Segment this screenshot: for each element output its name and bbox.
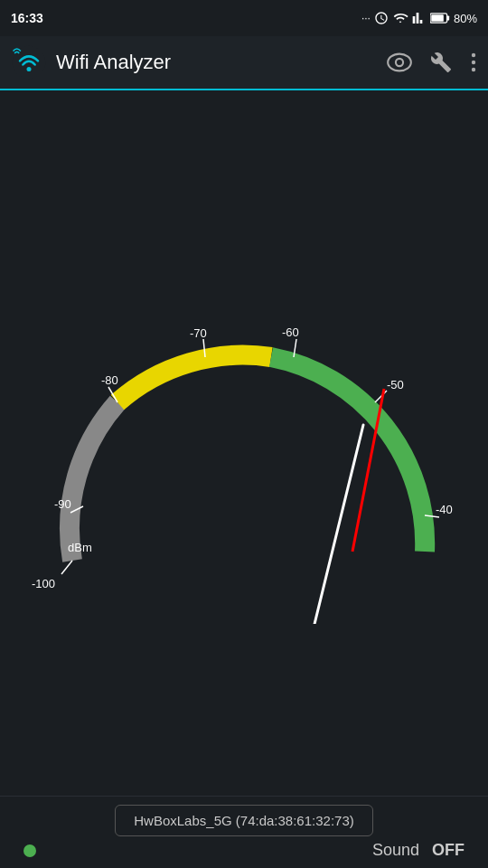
status-icons: ··· 80% <box>361 11 477 25</box>
bottom-bar: HwBoxLabs_5G (74:da:38:61:32:73) Sound O… <box>0 796 488 868</box>
svg-text:-80: -80 <box>101 373 118 387</box>
battery-percent: 80% <box>454 12 477 25</box>
svg-point-8 <box>472 61 475 64</box>
app-title: Wifi Analyzer <box>56 51 387 74</box>
svg-line-26 <box>249 425 363 624</box>
top-icons <box>387 52 477 73</box>
status-time: 16:33 <box>11 11 43 25</box>
sound-toggle-button[interactable]: OFF <box>432 841 465 860</box>
app-logo <box>11 44 47 80</box>
gauge-svg: -100 dBm -90 -80 -70 -60 -50 -40 <box>18 280 470 624</box>
alarm-icon <box>374 11 389 25</box>
svg-rect-1 <box>447 15 450 20</box>
eye-icon[interactable] <box>387 52 412 72</box>
ssid-badge: HwBoxLabs_5G (74:da:38:61:32:73) <box>115 805 373 836</box>
main-content: -100 dBm -90 -80 -70 -60 -50 -40 <box>0 90 488 796</box>
svg-text:-60: -60 <box>282 326 299 339</box>
overflow-menu-icon[interactable] <box>470 52 477 73</box>
sound-label: Sound <box>372 841 419 860</box>
svg-text:-100: -100 <box>32 577 55 590</box>
gauge-container: -100 dBm -90 -80 -70 -60 -50 -40 <box>18 280 470 624</box>
svg-point-6 <box>396 59 403 66</box>
notification-dots-icon: ··· <box>361 12 371 24</box>
wifi-icon <box>392 11 408 25</box>
svg-text:-50: -50 <box>387 378 404 392</box>
bottom-controls: Sound OFF <box>14 841 474 860</box>
svg-text:dBm: dBm <box>68 541 92 554</box>
svg-text:-40: -40 <box>436 503 453 516</box>
svg-point-5 <box>388 54 411 71</box>
app-bar: Wifi Analyzer <box>0 36 488 90</box>
svg-line-10 <box>61 561 72 574</box>
signal-icon <box>412 11 427 25</box>
svg-rect-2 <box>431 14 444 22</box>
wrench-icon[interactable] <box>430 52 452 73</box>
status-bar: 16:33 ··· 80% <box>0 0 488 36</box>
svg-point-9 <box>472 68 475 71</box>
battery-icon <box>430 12 450 24</box>
svg-text:-70: -70 <box>190 326 207 340</box>
svg-point-4 <box>27 67 32 71</box>
svg-text:-90: -90 <box>54 497 71 511</box>
status-dot <box>23 844 36 857</box>
svg-point-7 <box>472 53 475 57</box>
